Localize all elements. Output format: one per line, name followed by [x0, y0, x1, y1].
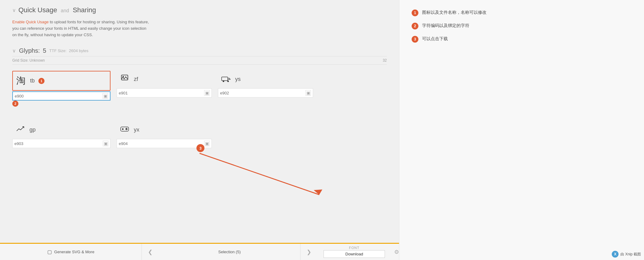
svg-point-4 — [227, 81, 229, 82]
glyph-preview-tb[interactable]: 淘 tb 1 — [12, 71, 111, 91]
copy-icon-ys[interactable]: ▣ — [305, 90, 311, 96]
annotation-badge-3-overlay: 3 — [196, 144, 204, 152]
glyph-code-yx: e904 — [119, 141, 204, 146]
glyph-code-zf: e901 — [119, 91, 204, 95]
glyph-preview-yx[interactable]: yx — [117, 121, 212, 138]
bottom-toolbar: ▢ Generate SVG & More ❮ Selection (5) ❯ … — [0, 243, 399, 260]
glyph-icon-gp — [15, 124, 26, 135]
xnip-badge: X 由 Xnip 截图 — [612, 251, 641, 258]
glyphs-collapse-icon[interactable]: ∨ — [12, 48, 16, 54]
glyph-badge-tb: 1 — [38, 78, 45, 84]
annotation-num-2: 2 — [412, 23, 418, 29]
glyph-preview-zf[interactable]: zf — [117, 71, 212, 88]
collapse-icon[interactable]: ∨ — [12, 7, 16, 13]
xnip-icon: X — [612, 251, 619, 258]
glyph-code-row-tb[interactable]: e900 ▣ — [12, 91, 111, 101]
glyphs-header: ∨ Glyphs: 5 TTF Size: 2604 bytes — [12, 47, 387, 54]
glyph-item-tb[interactable]: 淘 tb 1 e900 ▣ 2 — [12, 71, 111, 109]
generate-svg-icon: ▢ — [47, 249, 52, 255]
glyph-name-zf: zf — [134, 76, 138, 82]
glyph-name-gp: gp — [29, 127, 36, 133]
copy-icon-zf[interactable]: ▣ — [204, 90, 210, 96]
glyph-item-ys[interactable]: ys e902 ▣ — [218, 71, 313, 109]
glyphs-title: Glyphs: 5 — [19, 47, 46, 54]
annotation-list: 1 图标以及文件名称，名称可以修改 2 字符编码以及绑定的字符 3 可以点击下载 — [412, 9, 632, 43]
glyphs-grid: 淘 tb 1 e900 ▣ 2 zf — [12, 71, 387, 118]
glyph-item-yx[interactable]: yx e904 ▣ — [117, 121, 212, 148]
svg-marker-11 — [314, 189, 322, 195]
glyph-code-row-ys[interactable]: e902 ▣ — [218, 88, 313, 98]
quick-usage-header: ∨ Quick Usage and Sharing — [12, 6, 387, 14]
glyph-code-row-zf[interactable]: e901 ▣ — [117, 88, 212, 98]
glyph-icon-zf — [119, 74, 130, 85]
copy-icon-tb[interactable]: ▣ — [103, 93, 108, 99]
grid-size-bar: Grid Size: Unknown 32 — [12, 56, 387, 65]
annotation-item-2: 2 字符编码以及绑定的字符 — [412, 22, 632, 29]
glyph-item-zf[interactable]: zf e901 ▣ — [117, 71, 212, 109]
nav-left-arrow[interactable]: ❮ — [142, 249, 159, 255]
annotation-text-3: 可以点击下载 — [422, 36, 448, 42]
ttf-size: TTF Size: 2604 bytes — [49, 48, 89, 53]
svg-rect-2 — [222, 77, 228, 81]
quick-usage-title: Quick Usage and Sharing — [18, 6, 96, 14]
glyph-icon-ys — [220, 74, 231, 85]
glyph-code-gp: e903 — [14, 141, 103, 146]
annotation-text-1: 图标以及文件名称，名称可以修改 — [422, 9, 487, 16]
glyph-name-tb: tb — [30, 78, 35, 84]
annotation-num-3: 3 — [412, 36, 418, 43]
copy-icon-yx[interactable]: ▣ — [204, 141, 210, 146]
download-button[interactable]: Download — [324, 250, 385, 258]
nav-right-arrow[interactable]: ❯ — [301, 249, 317, 255]
settings-gear-icon[interactable]: ⚙ — [394, 249, 399, 255]
annotation-text-2: 字符编码以及绑定的字符 — [422, 22, 469, 29]
selection-section[interactable]: Selection (5) — [159, 244, 301, 260]
svg-point-6 — [122, 128, 124, 130]
glyph-name-yx: yx — [134, 127, 139, 133]
quick-usage-description: Enable Quick Usage to upload fonts for h… — [12, 19, 150, 38]
glyph-code-ys: e902 — [220, 91, 305, 95]
copy-icon-gp[interactable]: ▣ — [103, 141, 108, 146]
annotation-item-1: 1 图标以及文件名称，名称可以修改 — [412, 9, 632, 16]
glyph-icon-tb: 淘 — [15, 75, 26, 87]
svg-rect-0 — [122, 75, 128, 80]
glyph-icon-yx — [119, 124, 130, 135]
xnip-label: 由 Xnip 截图 — [620, 252, 641, 257]
main-content: ∨ Quick Usage and Sharing Enable Quick U… — [0, 0, 399, 260]
glyph-item-gp[interactable]: gp e903 ▣ — [12, 121, 111, 148]
generate-svg-button[interactable]: ▢ Generate SVG & More — [0, 244, 142, 260]
glyph-preview-ys[interactable]: ys — [218, 71, 313, 88]
enable-quick-usage-link[interactable]: Enable Quick Usage — [12, 20, 49, 24]
selection-label: Selection (5) — [218, 250, 241, 254]
download-section[interactable]: Font Download — [317, 246, 391, 258]
svg-point-3 — [223, 81, 224, 82]
font-label: Font — [349, 246, 359, 250]
glyph-name-ys: ys — [235, 76, 241, 82]
generate-svg-label: Generate SVG & More — [54, 250, 95, 254]
annotation-panel: 1 图标以及文件名称，名称可以修改 2 字符编码以及绑定的字符 3 可以点击下载… — [399, 0, 644, 260]
annotation-badge-2: 2 — [12, 101, 18, 107]
annotation-item-3: 3 可以点击下载 — [412, 36, 632, 43]
glyph-code-row-gp[interactable]: e903 ▣ — [12, 139, 111, 148]
glyph-preview-gp[interactable]: gp — [12, 121, 111, 138]
glyph-code-tb: e900 — [15, 94, 103, 98]
svg-line-10 — [200, 153, 319, 195]
annotation-num-1: 1 — [412, 10, 418, 16]
